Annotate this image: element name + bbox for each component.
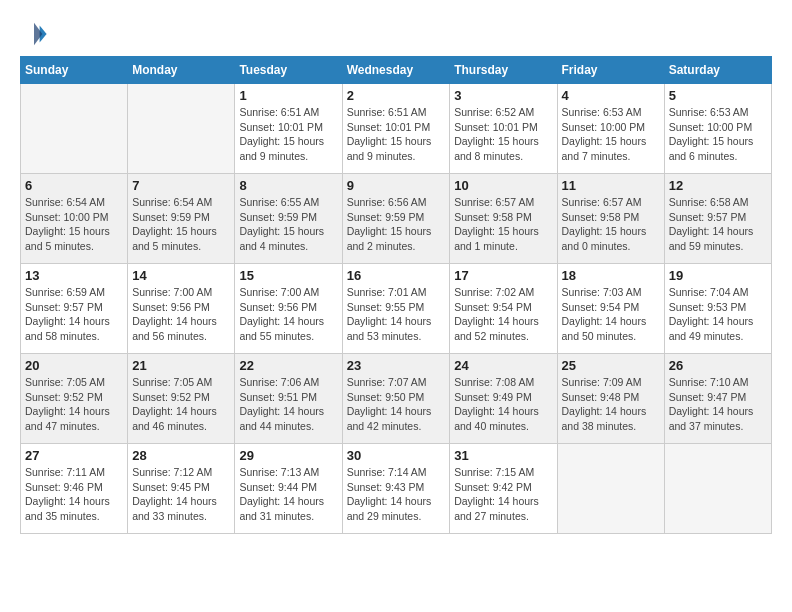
calendar-cell: 31Sunrise: 7:15 AM Sunset: 9:42 PM Dayli…	[450, 444, 557, 534]
day-info: Sunrise: 7:00 AM Sunset: 9:56 PM Dayligh…	[239, 285, 337, 344]
calendar-week-row: 20Sunrise: 7:05 AM Sunset: 9:52 PM Dayli…	[21, 354, 772, 444]
day-number: 9	[347, 178, 446, 193]
calendar-cell: 27Sunrise: 7:11 AM Sunset: 9:46 PM Dayli…	[21, 444, 128, 534]
calendar-cell: 18Sunrise: 7:03 AM Sunset: 9:54 PM Dayli…	[557, 264, 664, 354]
calendar-cell: 24Sunrise: 7:08 AM Sunset: 9:49 PM Dayli…	[450, 354, 557, 444]
day-number: 16	[347, 268, 446, 283]
calendar-cell: 3Sunrise: 6:52 AM Sunset: 10:01 PM Dayli…	[450, 84, 557, 174]
calendar-cell	[21, 84, 128, 174]
calendar-week-row: 27Sunrise: 7:11 AM Sunset: 9:46 PM Dayli…	[21, 444, 772, 534]
calendar-cell: 1Sunrise: 6:51 AM Sunset: 10:01 PM Dayli…	[235, 84, 342, 174]
day-number: 24	[454, 358, 552, 373]
calendar-cell: 28Sunrise: 7:12 AM Sunset: 9:45 PM Dayli…	[128, 444, 235, 534]
day-number: 5	[669, 88, 767, 103]
calendar-week-row: 6Sunrise: 6:54 AM Sunset: 10:00 PM Dayli…	[21, 174, 772, 264]
day-info: Sunrise: 7:02 AM Sunset: 9:54 PM Dayligh…	[454, 285, 552, 344]
weekday-header: Friday	[557, 57, 664, 84]
day-number: 4	[562, 88, 660, 103]
day-info: Sunrise: 7:04 AM Sunset: 9:53 PM Dayligh…	[669, 285, 767, 344]
day-number: 22	[239, 358, 337, 373]
day-info: Sunrise: 6:54 AM Sunset: 10:00 PM Daylig…	[25, 195, 123, 254]
logo	[20, 20, 52, 48]
day-info: Sunrise: 7:08 AM Sunset: 9:49 PM Dayligh…	[454, 375, 552, 434]
day-info: Sunrise: 6:55 AM Sunset: 9:59 PM Dayligh…	[239, 195, 337, 254]
day-info: Sunrise: 6:52 AM Sunset: 10:01 PM Daylig…	[454, 105, 552, 164]
day-info: Sunrise: 6:56 AM Sunset: 9:59 PM Dayligh…	[347, 195, 446, 254]
day-number: 6	[25, 178, 123, 193]
day-info: Sunrise: 7:13 AM Sunset: 9:44 PM Dayligh…	[239, 465, 337, 524]
calendar-cell: 23Sunrise: 7:07 AM Sunset: 9:50 PM Dayli…	[342, 354, 450, 444]
day-info: Sunrise: 6:53 AM Sunset: 10:00 PM Daylig…	[562, 105, 660, 164]
calendar-cell: 5Sunrise: 6:53 AM Sunset: 10:00 PM Dayli…	[664, 84, 771, 174]
calendar-cell: 7Sunrise: 6:54 AM Sunset: 9:59 PM Daylig…	[128, 174, 235, 264]
calendar-cell: 8Sunrise: 6:55 AM Sunset: 9:59 PM Daylig…	[235, 174, 342, 264]
calendar-cell: 9Sunrise: 6:56 AM Sunset: 9:59 PM Daylig…	[342, 174, 450, 264]
day-info: Sunrise: 6:57 AM Sunset: 9:58 PM Dayligh…	[562, 195, 660, 254]
day-info: Sunrise: 7:12 AM Sunset: 9:45 PM Dayligh…	[132, 465, 230, 524]
day-number: 14	[132, 268, 230, 283]
day-info: Sunrise: 7:05 AM Sunset: 9:52 PM Dayligh…	[25, 375, 123, 434]
day-number: 1	[239, 88, 337, 103]
day-number: 17	[454, 268, 552, 283]
day-info: Sunrise: 6:54 AM Sunset: 9:59 PM Dayligh…	[132, 195, 230, 254]
calendar-week-row: 13Sunrise: 6:59 AM Sunset: 9:57 PM Dayli…	[21, 264, 772, 354]
svg-marker-1	[34, 23, 42, 45]
day-number: 3	[454, 88, 552, 103]
calendar-cell	[557, 444, 664, 534]
day-info: Sunrise: 7:00 AM Sunset: 9:56 PM Dayligh…	[132, 285, 230, 344]
day-number: 2	[347, 88, 446, 103]
day-info: Sunrise: 7:09 AM Sunset: 9:48 PM Dayligh…	[562, 375, 660, 434]
day-number: 31	[454, 448, 552, 463]
day-info: Sunrise: 7:15 AM Sunset: 9:42 PM Dayligh…	[454, 465, 552, 524]
day-number: 11	[562, 178, 660, 193]
weekday-header: Tuesday	[235, 57, 342, 84]
page-header	[20, 20, 772, 48]
calendar-header-row: SundayMondayTuesdayWednesdayThursdayFrid…	[21, 57, 772, 84]
day-number: 30	[347, 448, 446, 463]
calendar-cell: 29Sunrise: 7:13 AM Sunset: 9:44 PM Dayli…	[235, 444, 342, 534]
weekday-header: Sunday	[21, 57, 128, 84]
day-info: Sunrise: 7:10 AM Sunset: 9:47 PM Dayligh…	[669, 375, 767, 434]
calendar-cell: 21Sunrise: 7:05 AM Sunset: 9:52 PM Dayli…	[128, 354, 235, 444]
calendar-cell	[128, 84, 235, 174]
calendar-cell: 10Sunrise: 6:57 AM Sunset: 9:58 PM Dayli…	[450, 174, 557, 264]
calendar-cell: 26Sunrise: 7:10 AM Sunset: 9:47 PM Dayli…	[664, 354, 771, 444]
day-info: Sunrise: 7:14 AM Sunset: 9:43 PM Dayligh…	[347, 465, 446, 524]
calendar-cell: 2Sunrise: 6:51 AM Sunset: 10:01 PM Dayli…	[342, 84, 450, 174]
calendar-cell: 20Sunrise: 7:05 AM Sunset: 9:52 PM Dayli…	[21, 354, 128, 444]
calendar-cell: 16Sunrise: 7:01 AM Sunset: 9:55 PM Dayli…	[342, 264, 450, 354]
calendar-cell	[664, 444, 771, 534]
calendar-cell: 19Sunrise: 7:04 AM Sunset: 9:53 PM Dayli…	[664, 264, 771, 354]
day-number: 10	[454, 178, 552, 193]
calendar-cell: 25Sunrise: 7:09 AM Sunset: 9:48 PM Dayli…	[557, 354, 664, 444]
day-info: Sunrise: 6:59 AM Sunset: 9:57 PM Dayligh…	[25, 285, 123, 344]
weekday-header: Thursday	[450, 57, 557, 84]
weekday-header: Monday	[128, 57, 235, 84]
day-info: Sunrise: 6:58 AM Sunset: 9:57 PM Dayligh…	[669, 195, 767, 254]
day-info: Sunrise: 6:51 AM Sunset: 10:01 PM Daylig…	[347, 105, 446, 164]
day-info: Sunrise: 6:57 AM Sunset: 9:58 PM Dayligh…	[454, 195, 552, 254]
day-number: 12	[669, 178, 767, 193]
day-number: 25	[562, 358, 660, 373]
day-number: 28	[132, 448, 230, 463]
day-info: Sunrise: 7:03 AM Sunset: 9:54 PM Dayligh…	[562, 285, 660, 344]
day-number: 29	[239, 448, 337, 463]
calendar-cell: 4Sunrise: 6:53 AM Sunset: 10:00 PM Dayli…	[557, 84, 664, 174]
calendar-cell: 17Sunrise: 7:02 AM Sunset: 9:54 PM Dayli…	[450, 264, 557, 354]
day-number: 23	[347, 358, 446, 373]
day-number: 13	[25, 268, 123, 283]
calendar-cell: 15Sunrise: 7:00 AM Sunset: 9:56 PM Dayli…	[235, 264, 342, 354]
day-number: 21	[132, 358, 230, 373]
calendar-cell: 11Sunrise: 6:57 AM Sunset: 9:58 PM Dayli…	[557, 174, 664, 264]
day-info: Sunrise: 7:07 AM Sunset: 9:50 PM Dayligh…	[347, 375, 446, 434]
day-info: Sunrise: 6:53 AM Sunset: 10:00 PM Daylig…	[669, 105, 767, 164]
day-info: Sunrise: 7:05 AM Sunset: 9:52 PM Dayligh…	[132, 375, 230, 434]
weekday-header: Wednesday	[342, 57, 450, 84]
day-number: 20	[25, 358, 123, 373]
calendar-cell: 13Sunrise: 6:59 AM Sunset: 9:57 PM Dayli…	[21, 264, 128, 354]
calendar-week-row: 1Sunrise: 6:51 AM Sunset: 10:01 PM Dayli…	[21, 84, 772, 174]
day-number: 15	[239, 268, 337, 283]
day-number: 19	[669, 268, 767, 283]
calendar-cell: 30Sunrise: 7:14 AM Sunset: 9:43 PM Dayli…	[342, 444, 450, 534]
day-number: 8	[239, 178, 337, 193]
